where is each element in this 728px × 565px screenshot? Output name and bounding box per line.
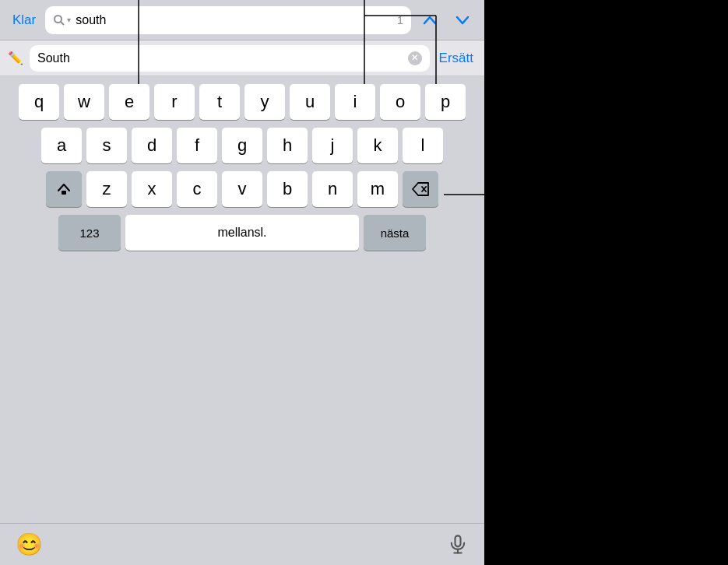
key-i[interactable]: i [335, 84, 375, 120]
key-q[interactable]: q [19, 84, 59, 120]
key-j[interactable]: j [312, 128, 353, 163]
nav-down-button[interactable] [448, 6, 477, 34]
key-f[interactable]: f [177, 128, 217, 163]
key-m[interactable]: m [357, 171, 398, 207]
key-p[interactable]: p [425, 84, 466, 120]
key-y[interactable]: y [244, 84, 285, 120]
key-row-2: a s d f g h j k l [2, 128, 482, 163]
key-u[interactable]: u [290, 84, 330, 120]
key-w[interactable]: w [64, 84, 104, 120]
replace-toolbar: ✏️ South ✕ Ersätt [0, 40, 484, 76]
chevron-down-icon: ▾ [67, 16, 71, 24]
pencil-icon: ✏️ [8, 51, 23, 65]
key-b[interactable]: b [267, 171, 308, 207]
search-toolbar: Klar ▾ south 1 [0, 0, 484, 40]
key-r[interactable]: r [154, 84, 195, 120]
replace-input-box[interactable]: South ✕ [30, 45, 430, 72]
backspace-key[interactable] [403, 171, 438, 207]
search-value: south [76, 13, 392, 27]
numbers-key[interactable]: 123 [58, 215, 121, 251]
key-e[interactable]: e [109, 84, 149, 120]
microphone-icon[interactable] [447, 534, 469, 556]
key-row-1: q w e r t y u i o p [2, 84, 482, 120]
nav-up-button[interactable] [416, 6, 444, 34]
key-g[interactable]: g [222, 128, 262, 163]
bottom-bar: 😊 [0, 523, 484, 565]
svg-rect-2 [62, 191, 66, 195]
key-row-4: 123 mellansl. nästa [2, 215, 482, 251]
shift-key[interactable] [46, 171, 82, 207]
key-d[interactable]: d [132, 128, 172, 163]
key-c[interactable]: c [177, 171, 217, 207]
key-x[interactable]: x [132, 171, 172, 207]
svg-point-0 [55, 16, 62, 23]
search-input-box[interactable]: ▾ south 1 [45, 6, 411, 34]
keyboard-panel: Klar ▾ south 1 ✏️ South [0, 0, 484, 565]
key-z[interactable]: z [86, 171, 127, 207]
search-icon-container: ▾ [53, 14, 71, 26]
keyboard: q w e r t y u i o p a s d f g h j k l [0, 76, 484, 523]
svg-rect-5 [455, 535, 461, 546]
next-key[interactable]: nästa [364, 215, 426, 251]
key-k[interactable]: k [357, 128, 398, 163]
black-background [484, 0, 728, 565]
key-h[interactable]: h [267, 128, 308, 163]
key-a[interactable]: a [41, 128, 82, 163]
key-l[interactable]: l [403, 128, 443, 163]
key-s[interactable]: s [86, 128, 127, 163]
key-o[interactable]: o [380, 84, 420, 120]
search-icon [53, 14, 65, 26]
key-t[interactable]: t [199, 84, 240, 120]
replace-button[interactable]: Ersätt [436, 51, 477, 66]
clear-button[interactable]: Klar [8, 9, 40, 31]
key-row-3: z x c v b n m [2, 171, 482, 207]
svg-line-1 [61, 22, 64, 25]
search-count-badge: 1 [397, 13, 403, 26]
clear-replace-button[interactable]: ✕ [408, 51, 422, 65]
key-n[interactable]: n [312, 171, 353, 207]
space-key[interactable]: mellansl. [125, 215, 359, 251]
emoji-button[interactable]: 😊 [16, 532, 43, 557]
key-v[interactable]: v [222, 171, 262, 207]
replace-value: South [37, 51, 408, 65]
